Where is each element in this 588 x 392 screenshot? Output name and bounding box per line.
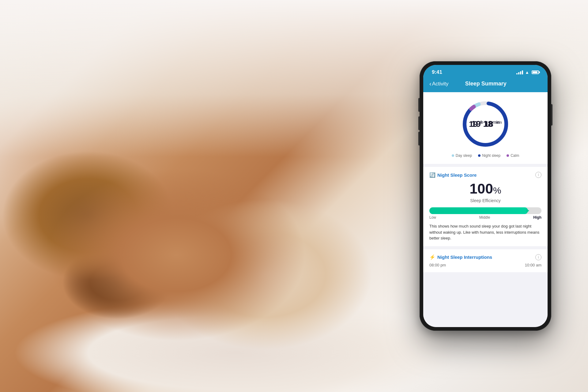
score-icon: 🔄 <box>429 172 435 178</box>
interruptions-time-end: 10:00 am <box>525 263 541 267</box>
phone-screen: 9:41 ▲ ‹ Act <box>423 65 548 327</box>
info-icon-label: i <box>538 173 539 177</box>
score-sublabel: Sleep Efficiency <box>429 198 541 203</box>
score-section-header: 🔄 Night Sleep Score i <box>429 172 541 178</box>
day-sleep-label: Day sleep <box>456 153 472 158</box>
calm-dot <box>507 154 509 157</box>
interruptions-title: ⚡ Night Sleep Interruptions <box>429 254 492 260</box>
night-sleep-label: Night sleep <box>482 153 500 158</box>
score-value: 100 <box>469 181 493 197</box>
interruptions-time-start: 08:00 pm <box>429 263 446 267</box>
score-description: This shows how much sound sleep your dog… <box>429 223 541 241</box>
phone-device: 9:41 ▲ ‹ Act <box>420 61 551 331</box>
sleep-ring-section: 19h18min 19 h 18 min Day sleep <box>423 92 548 164</box>
status-icons: ▲ <box>516 70 539 75</box>
interruptions-times: 08:00 pm 10:00 am <box>429 263 541 267</box>
back-button[interactable]: ‹ Activity <box>429 80 449 87</box>
calm-label: Calm <box>511 153 519 158</box>
interruptions-icon: ⚡ <box>429 254 435 260</box>
chevron-left-icon: ‹ <box>429 80 432 87</box>
progress-track <box>429 207 541 214</box>
score-section-title: 🔄 Night Sleep Score <box>429 172 477 178</box>
battery-icon <box>532 70 539 74</box>
legend-night-sleep: Night sleep <box>478 153 500 158</box>
score-unit: % <box>493 185 501 195</box>
night-sleep-interruptions-section: ⚡ Night Sleep Interruptions i 08:00 pm 1… <box>423 249 548 272</box>
sleep-ring-container: 19h18min 19 h 18 min <box>461 100 510 149</box>
wifi-icon: ▲ <box>525 70 529 75</box>
status-time: 9:41 <box>432 69 442 75</box>
back-label: Activity <box>432 81 449 87</box>
label-low: Low <box>429 215 436 220</box>
progress-fill <box>429 207 528 214</box>
night-sleep-score-section: 🔄 Night Sleep Score i 100% Sleep Efficie… <box>423 167 548 246</box>
scroll-content[interactable]: 19h18min 19 h 18 min Day sleep <box>423 92 548 327</box>
label-middle: Middle <box>479 215 490 220</box>
status-bar: 9:41 ▲ <box>423 65 548 78</box>
signal-icon <box>516 70 523 74</box>
score-title-label: Night Sleep Score <box>437 172 477 178</box>
page-title: Sleep Summary <box>449 81 523 87</box>
interruptions-info-button[interactable]: i <box>535 254 541 260</box>
interruptions-info-label: i <box>538 255 539 259</box>
progress-indicator <box>526 209 529 213</box>
phone-frame: 9:41 ▲ ‹ Act <box>420 61 551 331</box>
sleep-legend: Day sleep Night sleep Calm <box>452 153 519 158</box>
legend-calm: Calm <box>507 153 519 158</box>
label-high: High <box>533 215 541 220</box>
progress-labels: Low Middle High <box>429 215 541 220</box>
navigation-bar: ‹ Activity Sleep Summary <box>423 78 548 92</box>
interruptions-title-label: Night Sleep Interruptions <box>437 254 492 260</box>
night-sleep-dot <box>478 154 481 157</box>
score-info-button[interactable]: i <box>535 172 541 178</box>
progress-bar-container: Low Middle High <box>429 207 541 220</box>
ring-time-display: 19 h 18 min <box>469 119 502 129</box>
interruptions-section-header: ⚡ Night Sleep Interruptions i <box>429 254 541 260</box>
day-sleep-dot <box>452 154 454 157</box>
legend-day-sleep: Day sleep <box>452 153 472 158</box>
